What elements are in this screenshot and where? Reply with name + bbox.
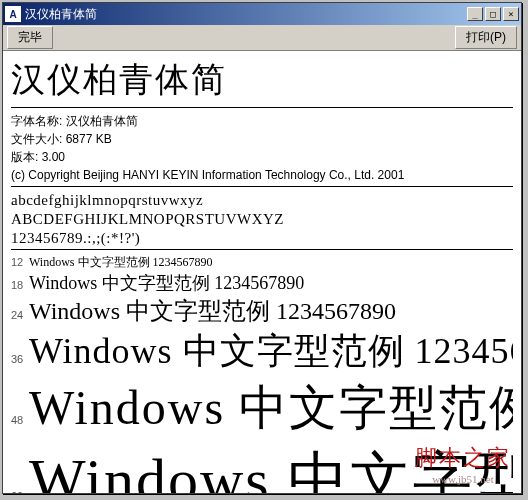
sample-text: Windows 中文字型范例 1234567890 [29,376,513,440]
sample-text: Windows 中文字型范例 1234567890 [29,295,396,327]
file-size-label: 文件大小: [11,132,62,146]
sample-row: 48 Windows 中文字型范例 1234567890 [11,376,513,440]
size-samples: 12 Windows 中文字型范例 1234567890 18 Windows … [11,254,513,493]
sample-text: Windows 中文字型范例 1234567890 [29,254,213,271]
sample-text: Windows 中文字型范例 1234567890 [29,327,513,376]
copyright-text: (c) Copyright Beijing HANYI KEYIN Inform… [11,168,404,182]
maximize-button[interactable]: □ [485,7,501,21]
font-viewer-window: 汉仪柏青体简 _ □ × 完毕 打印(P) 汉仪柏青体简 字体名称: 汉仪柏青体… [2,2,522,494]
separator [11,186,513,187]
sample-size-label: 18 [11,279,29,291]
sample-size-label: 48 [11,414,29,426]
sample-row: 36 Windows 中文字型范例 1234567890 [11,327,513,376]
done-button[interactable]: 完毕 [7,26,53,49]
font-metadata: 字体名称: 汉仪柏青体简 文件大小: 6877 KB 版本: 3.00 (c) … [11,112,513,184]
print-button[interactable]: 打印(P) [455,26,517,49]
sample-row: 24 Windows 中文字型范例 1234567890 [11,295,513,327]
file-size-value: 6877 KB [66,132,112,146]
close-button[interactable]: × [503,7,519,21]
alphabet-lower: abcdefghijklmnopqrstuvwxyz [11,191,513,210]
sample-text: Windows 中文字型范例 1234567890 [29,271,304,295]
separator [11,107,513,108]
alphabet-upper: ABCDEFGHIJKLMNOPQRSTUVWXYZ [11,210,513,229]
font-name-value: 汉仪柏青体简 [66,114,138,128]
font-display-name: 汉仪柏青体简 [11,57,513,103]
alphabet-sample: abcdefghijklmnopqrstuvwxyz ABCDEFGHIJKLM… [11,191,513,247]
sample-size-label: 36 [11,353,29,365]
sample-row: 12 Windows 中文字型范例 1234567890 [11,254,513,271]
window-title: 汉仪柏青体简 [25,6,467,23]
sample-size-label: 60 [11,490,29,493]
titlebar[interactable]: 汉仪柏青体简 _ □ × [3,3,521,25]
alphabet-digits: 123456789.:,;(:*!?') [11,229,513,248]
sample-row: 18 Windows 中文字型范例 1234567890 [11,271,513,295]
version-value: 3.00 [42,150,65,164]
sample-row: 60 Windows 中文字型范例 1234567890 [11,440,513,493]
content-area: 汉仪柏青体简 字体名称: 汉仪柏青体简 文件大小: 6877 KB 版本: 3.… [3,51,521,493]
app-icon [5,6,21,22]
sample-size-label: 12 [11,256,29,268]
window-controls: _ □ × [467,7,519,21]
minimize-button[interactable]: _ [467,7,483,21]
font-name-label: 字体名称: [11,114,62,128]
version-label: 版本: [11,150,38,164]
toolbar: 完毕 打印(P) [3,25,521,51]
sample-text: Windows 中文字型范例 1234567890 [29,440,513,493]
separator [11,249,513,250]
sample-size-label: 24 [11,309,29,321]
